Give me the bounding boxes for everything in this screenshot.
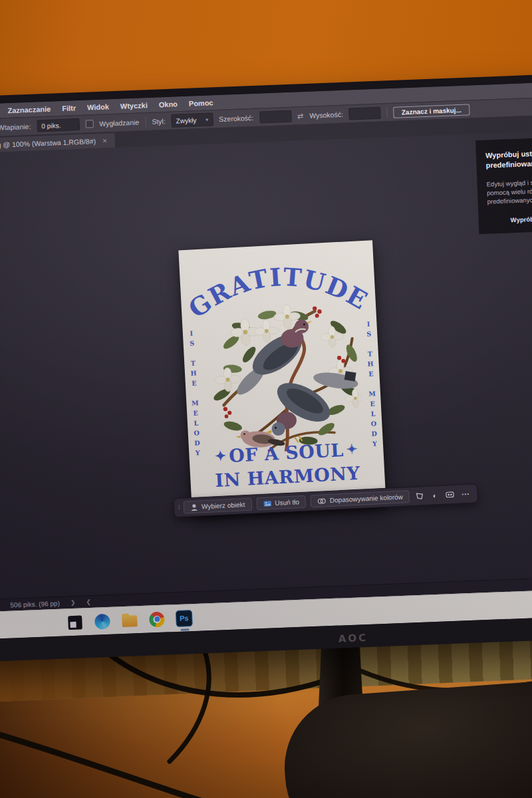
image-icon — [263, 499, 272, 508]
menu-item-filtr[interactable]: Filtr — [62, 104, 76, 112]
tips-title-line1: Wypróbuj ustawienia — [485, 144, 532, 160]
menu-item-pomoc[interactable]: Pomoc — [189, 98, 213, 107]
menu-item-wtyczki[interactable]: Wtyczki — [120, 101, 148, 110]
swap-dimensions-icon[interactable]: ⇄ — [297, 112, 304, 120]
person-icon — [190, 503, 199, 511]
menu-item-zaznaczanie[interactable]: Zaznaczanie — [7, 105, 51, 114]
chrome-icon — [149, 611, 165, 627]
tips-body-line1: Edytuj wygląd i styl za — [486, 174, 532, 189]
presets-tips-panel: Wypróbuj ustawienia predefiniowane Edytu… — [475, 134, 532, 234]
windows-logo-icon — [68, 615, 82, 630]
document-dimensions: 506 piks. (96 pp) — [10, 599, 60, 608]
feather-input[interactable]: 0 piks. — [37, 118, 80, 132]
document-tab-title: ng @ 100% (Warstwa 1,RGB/8#) — [0, 137, 96, 149]
transform-icon[interactable] — [414, 490, 425, 501]
edge-icon — [94, 613, 110, 629]
menu-item-okno[interactable]: Okno — [159, 100, 178, 108]
canvas-area[interactable]: Wypróbuj ustawienia predefiniowane Edytu… — [0, 129, 532, 600]
sparkle-icon: ✦ — [343, 441, 360, 458]
sparkle-icon: ✦ — [211, 448, 229, 464]
divider — [387, 107, 388, 118]
file-explorer-button[interactable] — [121, 612, 138, 629]
photoshop-button[interactable]: Ps — [176, 610, 193, 627]
feather-label: Wtapianie: — [0, 122, 31, 132]
chevron-down-icon: ▾ — [205, 116, 208, 122]
style-value: Zwykły — [176, 116, 196, 124]
chrome-button[interactable] — [148, 610, 166, 628]
select-subject-button[interactable]: Wybierz obiekt — [184, 498, 252, 514]
more-options-icon[interactable]: ⋯ — [460, 489, 471, 499]
screen: t Zaznaczanie Filtr Widok Wtyczki Okno P… — [0, 80, 532, 640]
width-label: Szerokość: — [219, 114, 253, 123]
select-and-mask-button[interactable]: Zaznacz i maskuj... — [394, 104, 470, 118]
color-adjust-button[interactable]: Dopasowywanie kolorów — [310, 490, 410, 507]
style-select[interactable]: Zwykły ▾ — [171, 112, 213, 127]
more-adjustments-icon[interactable] — [444, 489, 456, 500]
color-adjust-icon — [317, 497, 327, 505]
antialias-checkbox[interactable] — [85, 120, 93, 128]
width-input[interactable] — [259, 110, 292, 124]
try-now-link[interactable]: Wypróbuj teraz — [511, 211, 532, 223]
close-icon[interactable]: × — [102, 136, 108, 145]
folder-icon — [122, 615, 138, 627]
photoshop-icon: Ps — [176, 610, 193, 627]
remove-background-button[interactable]: Usuń tło — [256, 495, 307, 511]
start-button[interactable] — [66, 614, 84, 631]
menu-item-widok[interactable]: Widok — [87, 102, 109, 111]
active-app-indicator — [180, 628, 189, 630]
bird-illustration — [200, 297, 365, 456]
drag-handle-icon[interactable]: ⁞⁞ — [178, 505, 179, 511]
divider — [145, 116, 146, 127]
monitor-brand-logo: AOC — [338, 632, 368, 645]
edge-button[interactable] — [94, 612, 111, 630]
chevron-right-icon[interactable]: ❯ — [70, 599, 76, 606]
chevron-left-icon[interactable]: ❮ — [86, 598, 91, 605]
monitor: t Zaznaczanie Filtr Widok Wtyczki Okno P… — [0, 72, 532, 663]
antialias-label: Wygładzanie — [99, 118, 139, 128]
height-input[interactable] — [349, 107, 382, 120]
adjustment-half-circle-icon[interactable]: ◐ — [429, 489, 440, 501]
poster-artwork: GRATITUDE IS THE MELODY IS THE MELODY — [178, 240, 386, 516]
height-label: Wysokość: — [309, 110, 343, 120]
style-label: Styl: — [152, 117, 166, 126]
